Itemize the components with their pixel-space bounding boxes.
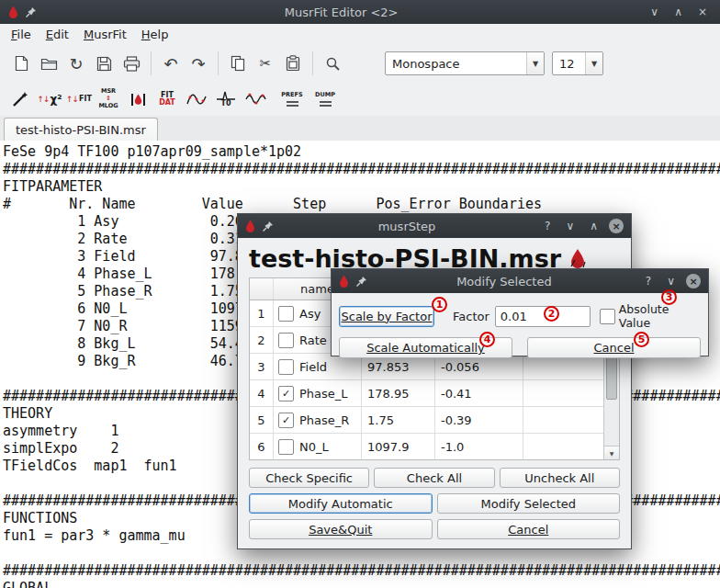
param-step: -0.39 bbox=[435, 407, 523, 433]
close-icon[interactable]: × bbox=[609, 219, 624, 233]
plot-icon[interactable] bbox=[182, 85, 211, 113]
reload-icon[interactable]: ↻ bbox=[62, 50, 90, 77]
param-checkbox[interactable] bbox=[278, 333, 294, 348]
chevron-down-icon[interactable]: ▼ bbox=[526, 52, 544, 74]
font-size-select[interactable]: 12 ▼ bbox=[552, 51, 603, 75]
unshade-icon[interactable]: ∧ bbox=[585, 220, 602, 232]
cancel-button[interactable]: Cancel bbox=[437, 519, 621, 539]
toolbar-separator bbox=[151, 51, 152, 75]
musrfit-logo-icon bbox=[569, 248, 586, 270]
editor-line: GLOBAL bbox=[3, 580, 720, 588]
musrstep-dialog: musrStep ? ∨ ∧ × test-histo-PSI-BIN.msr … bbox=[237, 213, 632, 549]
row-number: 4 bbox=[250, 380, 274, 406]
scale-by-factor-button[interactable]: Scale by Factor bbox=[339, 306, 434, 327]
window-titlebar[interactable]: MusrFit Editor <2> ∨ ∧ × bbox=[0, 0, 720, 24]
musrfit-app-icon bbox=[339, 275, 349, 288]
modify-automatic-button[interactable]: Modify Automatic bbox=[249, 493, 433, 514]
param-checkbox[interactable] bbox=[278, 359, 294, 375]
msr2data-icon[interactable]: FIT DAT bbox=[152, 85, 182, 113]
save-icon[interactable] bbox=[90, 50, 118, 77]
musrt0-icon[interactable]: T0 bbox=[211, 85, 241, 113]
shade-icon[interactable]: ∨ bbox=[561, 220, 579, 232]
undo-icon[interactable]: ↶ bbox=[157, 50, 185, 77]
chevron-down-icon[interactable]: ▼ bbox=[585, 52, 602, 74]
param-name: Phase_L bbox=[299, 387, 348, 401]
modify-selected-button[interactable]: Modify Selected bbox=[437, 493, 621, 514]
open-file-icon[interactable] bbox=[35, 50, 62, 77]
print-icon[interactable] bbox=[118, 50, 145, 77]
musrfit-toolbar: ↑↓χ² ↑↓FIT MSR ↕ MLOG FIT DAT T0 bbox=[0, 83, 720, 116]
toolbar-separator bbox=[312, 51, 313, 75]
editor-line: ########################################… bbox=[3, 562, 720, 580]
cut-icon[interactable]: ✂ bbox=[252, 50, 279, 77]
swap-msr-mlog-icon[interactable]: MSR ↕ MLOG bbox=[94, 85, 123, 113]
check-all-button[interactable]: Check All bbox=[374, 468, 494, 488]
musrfit-app-icon bbox=[245, 220, 255, 232]
param-step: -0.41 bbox=[435, 380, 523, 406]
musrft-icon[interactable] bbox=[241, 85, 270, 113]
annotation-circle-3: 3 bbox=[661, 289, 677, 305]
close-icon[interactable]: × bbox=[693, 6, 712, 18]
factor-input[interactable] bbox=[495, 306, 591, 327]
dialog-title: musrStep bbox=[280, 220, 534, 233]
musrfit-app-icon bbox=[8, 6, 18, 18]
font-family-select[interactable]: Monospace ▼ bbox=[385, 51, 545, 75]
paste-icon[interactable] bbox=[279, 50, 307, 77]
prefs-icon[interactable]: PREFS bbox=[277, 85, 307, 113]
param-checkbox[interactable] bbox=[278, 413, 294, 428]
pin-icon bbox=[355, 276, 367, 288]
param-name: Field bbox=[299, 360, 327, 374]
cancel-button[interactable]: Cancel bbox=[527, 337, 701, 358]
help-icon[interactable]: ? bbox=[641, 275, 656, 288]
musrfit-run-icon[interactable]: ↑↓FIT bbox=[64, 85, 94, 113]
row-number: 6 bbox=[250, 434, 274, 459]
menu-help[interactable]: Help bbox=[134, 26, 176, 43]
calc-chisq-icon[interactable]: ↑↓χ² bbox=[35, 85, 64, 113]
menu-file[interactable]: File bbox=[4, 26, 39, 43]
row-number: 1 bbox=[250, 300, 274, 326]
new-file-icon[interactable] bbox=[7, 50, 35, 77]
window-title: MusrFit Editor <2> bbox=[43, 6, 639, 19]
dialog-title: Modify Selected bbox=[374, 275, 635, 288]
annotation-circle-1: 1 bbox=[432, 297, 447, 312]
absolute-value-checkbox[interactable] bbox=[600, 309, 615, 324]
menu-musrfit[interactable]: MusrFit bbox=[76, 26, 134, 43]
save-quit-button[interactable]: Save&Quit bbox=[249, 519, 433, 539]
redo-icon[interactable]: ↷ bbox=[185, 50, 212, 77]
pin-icon bbox=[25, 6, 37, 18]
modify-titlebar[interactable]: Modify Selected ? ∨ × bbox=[332, 269, 708, 293]
modify-selected-dialog: Modify Selected ? ∨ × Scale by Factor Fa… bbox=[331, 268, 709, 356]
help-icon[interactable]: ? bbox=[540, 220, 555, 232]
dump-icon[interactable]: DUMP bbox=[310, 85, 340, 113]
close-icon[interactable]: × bbox=[686, 274, 701, 288]
tab-msr-file[interactable]: test-histo-PSI-BIN.msr bbox=[4, 118, 158, 141]
param-value: 1097.9 bbox=[362, 434, 435, 459]
font-family-value: Monospace bbox=[386, 52, 526, 74]
param-value: 178.95 bbox=[362, 380, 435, 406]
param-checkbox[interactable] bbox=[278, 386, 294, 401]
find-icon[interactable] bbox=[319, 50, 346, 77]
table-row[interactable]: 5 Phase_R 1.75 -0.39 bbox=[250, 407, 619, 434]
uncheck-all-button[interactable]: Uncheck All bbox=[500, 468, 620, 488]
param-checkbox[interactable] bbox=[278, 306, 294, 322]
maximize-icon[interactable]: ∧ bbox=[669, 6, 687, 18]
font-size-value: 12 bbox=[553, 52, 585, 74]
musrstep-titlebar[interactable]: musrStep ? ∨ ∧ × bbox=[238, 214, 631, 238]
editor-line: ########################################… bbox=[3, 161, 720, 178]
param-name: N0_L bbox=[299, 440, 329, 454]
scroll-down-icon[interactable]: ▼ bbox=[604, 446, 619, 459]
minimize-icon[interactable]: ∨ bbox=[646, 6, 663, 18]
annotation-circle-4: 4 bbox=[479, 332, 495, 347]
table-row[interactable]: 6 N0_L 1097.9 -1.0 bbox=[250, 434, 619, 460]
musrview-icon[interactable] bbox=[123, 85, 152, 113]
menubar: File Edit MusrFit Help bbox=[0, 24, 720, 44]
param-checkbox[interactable] bbox=[278, 439, 294, 455]
row-number: 5 bbox=[250, 407, 274, 433]
musrwiz-icon[interactable] bbox=[6, 85, 35, 113]
check-specific-button[interactable]: Check Specific bbox=[249, 468, 369, 488]
shade-icon[interactable]: ∨ bbox=[662, 275, 680, 288]
table-row[interactable]: 4 Phase_L 178.95 -0.41 bbox=[250, 380, 619, 407]
menu-edit[interactable]: Edit bbox=[39, 26, 76, 43]
param-name: Asy bbox=[299, 307, 321, 321]
copy-icon[interactable] bbox=[224, 50, 252, 77]
